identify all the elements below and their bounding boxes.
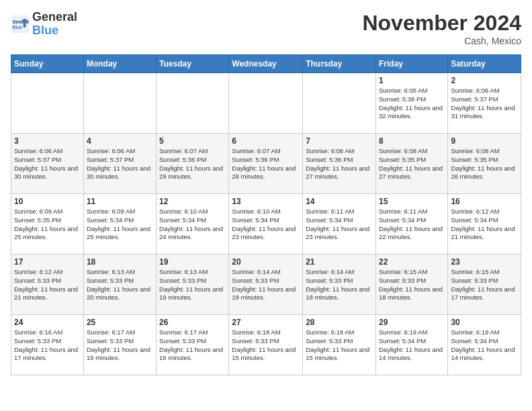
day-number: 29 — [379, 318, 445, 327]
day-info: Sunrise: 6:10 AM Sunset: 5:34 PM Dayligh… — [232, 208, 300, 242]
day-number: 22 — [379, 257, 445, 267]
calendar-cell: 4Sunrise: 6:06 AM Sunset: 5:37 PM Daylig… — [83, 134, 156, 194]
day-number: 9 — [451, 136, 518, 146]
weekday-header: Tuesday — [157, 55, 229, 73]
calendar-cell: 23Sunrise: 6:15 AM Sunset: 5:33 PM Dayli… — [448, 255, 521, 315]
day-info: Sunrise: 6:06 AM Sunset: 5:37 PM Dayligh… — [451, 87, 518, 121]
svg-text:Blue: Blue — [13, 25, 22, 30]
day-info: Sunrise: 6:13 AM Sunset: 5:33 PM Dayligh… — [159, 268, 226, 302]
day-number: 11 — [87, 197, 153, 206]
calendar-cell: 6Sunrise: 6:07 AM Sunset: 5:36 PM Daylig… — [229, 134, 303, 194]
day-info: Sunrise: 6:09 AM Sunset: 5:35 PM Dayligh… — [14, 208, 81, 242]
calendar-cell: 8Sunrise: 6:08 AM Sunset: 5:35 PM Daylig… — [375, 134, 447, 194]
day-number: 18 — [87, 257, 153, 267]
calendar-cell: 26Sunrise: 6:17 AM Sunset: 5:33 PM Dayli… — [157, 315, 229, 375]
day-info: Sunrise: 6:15 AM Sunset: 5:33 PM Dayligh… — [451, 268, 518, 302]
day-info: Sunrise: 6:07 AM Sunset: 5:36 PM Dayligh… — [159, 147, 226, 181]
weekday-header: Saturday — [448, 55, 521, 73]
calendar-cell: 17Sunrise: 6:12 AM Sunset: 5:33 PM Dayli… — [11, 255, 84, 315]
day-info: Sunrise: 6:19 AM Sunset: 5:34 PM Dayligh… — [451, 328, 518, 363]
logo: General Blue GeneralBlue — [11, 11, 77, 38]
calendar-cell: 20Sunrise: 6:14 AM Sunset: 5:33 PM Dayli… — [229, 255, 303, 315]
calendar-cell: 10Sunrise: 6:09 AM Sunset: 5:35 PM Dayli… — [11, 194, 84, 255]
calendar-cell — [229, 73, 303, 134]
calendar-cell: 9Sunrise: 6:08 AM Sunset: 5:35 PM Daylig… — [448, 134, 521, 194]
calendar-cell: 7Sunrise: 6:08 AM Sunset: 5:36 PM Daylig… — [303, 134, 376, 194]
day-number: 10 — [14, 197, 81, 206]
location: Cash, Mexico — [362, 36, 521, 46]
day-number: 25 — [87, 318, 153, 327]
day-info: Sunrise: 6:07 AM Sunset: 5:36 PM Dayligh… — [232, 147, 300, 181]
day-info: Sunrise: 6:08 AM Sunset: 5:35 PM Dayligh… — [451, 147, 518, 181]
day-info: Sunrise: 6:14 AM Sunset: 5:33 PM Dayligh… — [232, 268, 300, 302]
calendar-cell: 18Sunrise: 6:13 AM Sunset: 5:33 PM Dayli… — [83, 255, 156, 315]
day-number: 6 — [232, 136, 300, 146]
day-info: Sunrise: 6:18 AM Sunset: 5:33 PM Dayligh… — [306, 328, 373, 363]
calendar-cell: 16Sunrise: 6:12 AM Sunset: 5:34 PM Dayli… — [448, 194, 521, 255]
calendar-week-row: 1Sunrise: 6:05 AM Sunset: 5:38 PM Daylig… — [11, 73, 521, 134]
weekday-header: Wednesday — [229, 55, 303, 73]
day-number: 23 — [451, 257, 518, 267]
calendar-cell: 27Sunrise: 6:18 AM Sunset: 5:33 PM Dayli… — [229, 315, 303, 375]
calendar-cell: 30Sunrise: 6:19 AM Sunset: 5:34 PM Dayli… — [448, 315, 521, 375]
day-number: 14 — [306, 197, 373, 206]
logo-text: GeneralBlue — [32, 11, 77, 38]
day-number: 21 — [306, 257, 373, 267]
calendar-cell: 13Sunrise: 6:10 AM Sunset: 5:34 PM Dayli… — [229, 194, 303, 255]
day-number: 19 — [159, 257, 226, 267]
day-number: 7 — [306, 136, 373, 146]
day-info: Sunrise: 6:18 AM Sunset: 5:33 PM Dayligh… — [232, 328, 300, 363]
day-number: 30 — [451, 318, 518, 327]
calendar-cell — [157, 73, 229, 134]
month-title: November 2024 — [362, 11, 521, 36]
day-info: Sunrise: 6:08 AM Sunset: 5:35 PM Dayligh… — [379, 147, 445, 181]
day-number: 26 — [159, 318, 226, 327]
weekday-header: Monday — [83, 55, 156, 73]
calendar-cell: 21Sunrise: 6:14 AM Sunset: 5:33 PM Dayli… — [303, 255, 376, 315]
logo-icon: General Blue — [11, 15, 30, 34]
calendar-cell: 2Sunrise: 6:06 AM Sunset: 5:37 PM Daylig… — [448, 73, 521, 134]
weekday-header: Friday — [375, 55, 447, 73]
day-info: Sunrise: 6:17 AM Sunset: 5:33 PM Dayligh… — [87, 328, 153, 363]
day-number: 16 — [451, 197, 518, 206]
calendar-cell: 25Sunrise: 6:17 AM Sunset: 5:33 PM Dayli… — [83, 315, 156, 375]
calendar-week-row: 3Sunrise: 6:06 AM Sunset: 5:37 PM Daylig… — [11, 134, 521, 194]
day-info: Sunrise: 6:12 AM Sunset: 5:33 PM Dayligh… — [14, 268, 81, 302]
day-info: Sunrise: 6:19 AM Sunset: 5:34 PM Dayligh… — [379, 328, 445, 363]
day-number: 24 — [14, 318, 81, 327]
calendar-cell: 19Sunrise: 6:13 AM Sunset: 5:33 PM Dayli… — [157, 255, 229, 315]
day-number: 8 — [379, 136, 445, 146]
calendar-cell: 3Sunrise: 6:06 AM Sunset: 5:37 PM Daylig… — [11, 134, 84, 194]
day-info: Sunrise: 6:17 AM Sunset: 5:33 PM Dayligh… — [159, 328, 226, 363]
day-number: 20 — [232, 257, 300, 267]
weekday-header: Sunday — [11, 55, 84, 73]
day-info: Sunrise: 6:11 AM Sunset: 5:34 PM Dayligh… — [379, 208, 445, 242]
calendar-week-row: 24Sunrise: 6:16 AM Sunset: 5:33 PM Dayli… — [11, 315, 521, 375]
day-info: Sunrise: 6:06 AM Sunset: 5:37 PM Dayligh… — [14, 147, 81, 181]
day-number: 12 — [159, 197, 226, 206]
day-number: 3 — [14, 136, 81, 146]
calendar-cell: 14Sunrise: 6:11 AM Sunset: 5:34 PM Dayli… — [303, 194, 376, 255]
calendar-cell: 22Sunrise: 6:15 AM Sunset: 5:33 PM Dayli… — [375, 255, 447, 315]
day-info: Sunrise: 6:09 AM Sunset: 5:34 PM Dayligh… — [87, 208, 153, 242]
day-info: Sunrise: 6:14 AM Sunset: 5:33 PM Dayligh… — [306, 268, 373, 302]
day-number: 15 — [379, 197, 445, 206]
day-info: Sunrise: 6:06 AM Sunset: 5:37 PM Dayligh… — [87, 147, 153, 181]
calendar-cell — [11, 73, 84, 134]
calendar: SundayMondayTuesdayWednesdayThursdayFrid… — [11, 54, 521, 375]
calendar-cell: 15Sunrise: 6:11 AM Sunset: 5:34 PM Dayli… — [375, 194, 447, 255]
day-info: Sunrise: 6:10 AM Sunset: 5:34 PM Dayligh… — [159, 208, 226, 242]
day-number: 2 — [451, 76, 518, 85]
title-block: November 2024 Cash, Mexico — [362, 11, 521, 46]
day-number: 13 — [232, 197, 300, 206]
day-info: Sunrise: 6:11 AM Sunset: 5:34 PM Dayligh… — [306, 208, 373, 242]
calendar-cell: 28Sunrise: 6:18 AM Sunset: 5:33 PM Dayli… — [303, 315, 376, 375]
calendar-week-row: 10Sunrise: 6:09 AM Sunset: 5:35 PM Dayli… — [11, 194, 521, 255]
calendar-cell: 24Sunrise: 6:16 AM Sunset: 5:33 PM Dayli… — [11, 315, 84, 375]
day-info: Sunrise: 6:15 AM Sunset: 5:33 PM Dayligh… — [379, 268, 445, 302]
day-number: 4 — [87, 136, 153, 146]
day-info: Sunrise: 6:12 AM Sunset: 5:34 PM Dayligh… — [451, 208, 518, 242]
day-number: 1 — [379, 76, 445, 85]
calendar-header-row: SundayMondayTuesdayWednesdayThursdayFrid… — [11, 55, 521, 73]
day-number: 28 — [306, 318, 373, 327]
